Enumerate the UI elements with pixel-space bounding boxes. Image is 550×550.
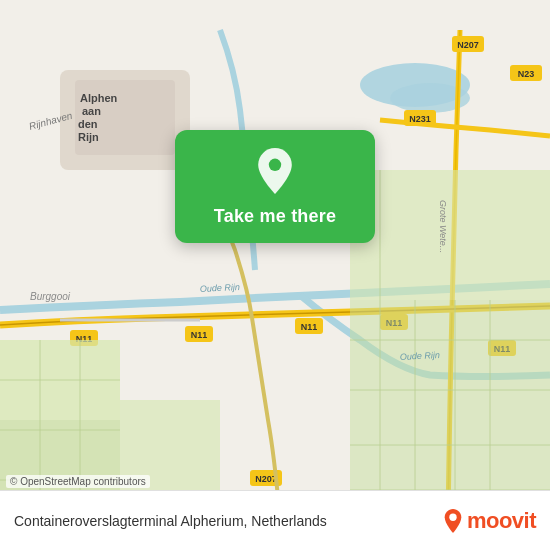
svg-text:N207: N207 (457, 40, 479, 50)
svg-text:Rijn: Rijn (78, 131, 99, 143)
svg-text:Alphen: Alphen (80, 92, 118, 104)
svg-text:den: den (78, 118, 98, 130)
svg-point-51 (449, 513, 456, 520)
moovit-pin-icon (443, 509, 463, 533)
moovit-logo: moovit (443, 508, 536, 534)
svg-text:Grote Wete...: Grote Wete... (438, 200, 448, 253)
svg-text:Oude Rijn: Oude Rijn (400, 350, 440, 362)
map-background: N11 N11 N11 N11 N11 N207 N207 N231 N23 (0, 0, 550, 550)
svg-text:N207: N207 (255, 474, 277, 484)
location-label: Containeroverslagterminal Alpherium, Net… (14, 513, 327, 529)
svg-point-50 (269, 159, 281, 171)
svg-text:N11: N11 (301, 322, 318, 332)
svg-text:Oude Rijn: Oude Rijn (200, 282, 240, 294)
map-container: N11 N11 N11 N11 N11 N207 N207 N231 N23 (0, 0, 550, 550)
info-bar: Containeroverslagterminal Alpherium, Net… (0, 490, 550, 550)
svg-text:N11: N11 (191, 330, 208, 340)
svg-text:Burggooi: Burggooi (30, 291, 71, 302)
location-pin-icon (252, 148, 298, 194)
take-me-there-card[interactable]: Take me there (175, 130, 375, 243)
svg-text:aan: aan (82, 105, 101, 117)
moovit-brand-text: moovit (467, 508, 536, 534)
map-attribution: © OpenStreetMap contributors (6, 475, 150, 488)
take-me-there-label: Take me there (214, 206, 336, 227)
svg-text:N231: N231 (409, 114, 431, 124)
svg-text:N23: N23 (518, 69, 535, 79)
